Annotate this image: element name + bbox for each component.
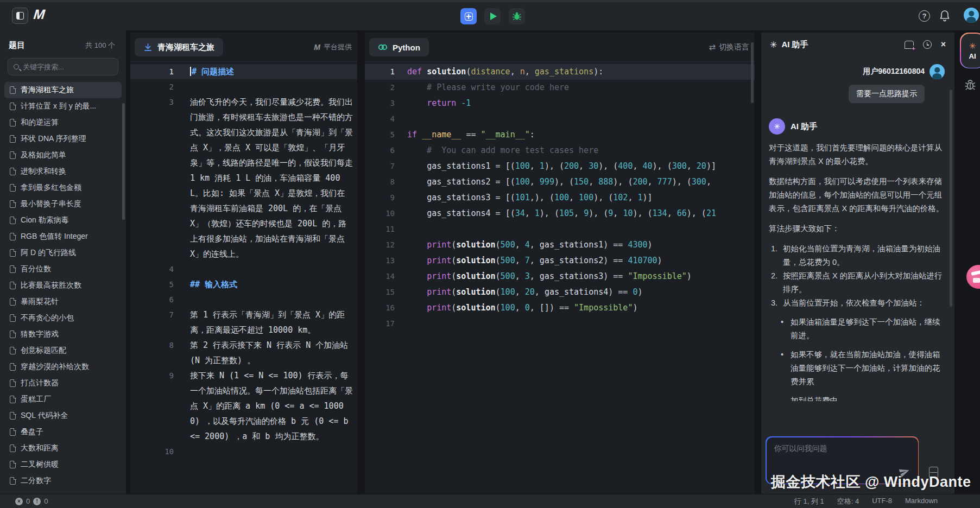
line-text [190,444,353,459]
document-icon [10,184,16,192]
problem-description-panel: 青海湖租车之旅 M 平台提供 1# 问题描述23油价飞升的今天，我们尽量减少花费… [130,33,357,494]
sidebar-item[interactable]: 猜数字游戏 [4,326,122,342]
language-tab[interactable]: Python [369,38,429,56]
document-icon [10,461,16,468]
document-icon [10,217,16,224]
sidebar-item[interactable]: 阿 D 的飞行路线 [4,245,122,261]
code-line-text: gas_stations1 = [(100, 1), (200, 30), (4… [407,158,716,174]
sidebar-item[interactable]: 创意标题匹配 [4,342,122,359]
switch-language-button[interactable]: ⇄ 切换语言 [709,33,749,62]
code-scrollbar[interactable] [751,42,754,103]
sidebar-item-label: 环状 DNA 序列整理 [21,134,86,144]
markdown-editor[interactable]: 1# 问题描述23油价飞升的今天，我们尽量减少花费。我们出门旅游，有时候租车去旅… [130,62,357,459]
sidebar-item[interactable]: 比赛最高获胜次数 [4,277,122,294]
sidebar-item[interactable]: 最小替换子串长度 [4,196,122,212]
switch-language-label: 切换语言 [719,42,749,52]
document-icon [10,233,16,240]
code-line: 9 gas_stations3 = [(101,), (100, 100), (… [365,190,755,206]
assistant-paragraph: 数据结构方面，我们可以考虑使用一个列表来存储加油站的信息，每个加油站的信息可以用… [769,175,945,215]
debug-rail-button[interactable] [964,79,976,91]
sidebar-item[interactable]: RGB 色值转 Integer [4,228,122,245]
new-chat-icon[interactable] [905,41,914,49]
debug-button[interactable] [509,8,525,24]
sidebar-item[interactable]: 环状 DNA 序列整理 [4,131,122,147]
status-item[interactable]: 行 1, 列 1 [794,497,824,506]
sidebar-item-label: 二分数字 [21,476,51,486]
line-number: 5 [365,127,395,143]
document-icon [10,379,16,387]
user-avatar [930,64,945,79]
line-number: 5 [130,277,174,292]
sidebar-item[interactable]: 百分位数 [4,261,122,277]
ai-assistant-rail-button[interactable]: ✳ AI [960,33,980,68]
ai-scrollbar[interactable] [950,90,952,307]
warning-icon: ! [33,498,41,505]
document-icon [10,200,16,208]
sidebar-item[interactable]: 二分数字 [4,473,122,489]
sidebar-item[interactable]: Cion 勒索病毒 [4,212,122,228]
sidebar-item[interactable]: 叠盘子 [4,424,122,440]
markdown-line: 7第 1 行表示「青海湖」到「景点 X」的距离，距离最远不超过 10000 km… [130,307,357,338]
line-number: 8 [130,338,174,368]
sidebar-item[interactable]: 拿到最多红包金额 [4,180,122,196]
document-icon [10,412,16,420]
status-items: 行 1, 列 1空格: 4UTF-8Markdown [794,497,938,506]
code-line: 11 [365,221,755,237]
bug-icon [964,79,976,91]
markdown-line: 10 [130,444,357,459]
sidebar-item[interactable]: 蛋糕工厂 [4,391,122,408]
search-input[interactable] [23,63,112,71]
error-count: 0 [26,497,30,505]
sidebar-item[interactable]: 青海湖租车之旅 [4,82,122,98]
history-icon[interactable] [923,40,932,49]
help-icon[interactable]: ? [919,10,930,22]
provider-label: 平台提供 [324,42,352,52]
markdown-line: 6 [130,292,357,307]
user-avatar[interactable] [964,8,979,23]
line-number: 10 [365,206,395,221]
code-line-text: print(solution(100, 0, []) == "Impossibl… [407,300,637,316]
status-item[interactable]: Markdown [905,497,938,506]
sidebar-item[interactable]: 进制求和转换 [4,163,122,180]
status-item[interactable]: UTF-8 [872,497,892,506]
document-icon [10,103,16,110]
sidebar-item[interactable]: 大数和距离 [4,440,122,456]
code-line: 8 gas_stations2 = [(100, 999), (150, 888… [365,174,755,190]
sidebar-item[interactable]: 及格如此简单 [4,147,122,163]
sidebar-item[interactable]: 打点计数器 [4,375,122,391]
problem-list-sidebar: 题目 共 100 个 青海湖租车之旅计算位置 x 到 y 的最...和的逆运算环… [0,30,126,494]
sidebar-item-label: 比赛最高获胜次数 [21,281,81,290]
error-icon: × [15,498,23,505]
close-icon[interactable]: × [941,40,946,49]
sidebar-item[interactable]: 和的逆运算 [4,115,122,131]
code-line: 1def solution(distance, n, gas_stations)… [365,64,755,80]
sidebar-item[interactable]: 不再贪心的小包 [4,310,122,326]
sidebar-item[interactable]: 二叉树供暖 [4,456,122,473]
text-cursor [190,67,191,76]
problems-counter[interactable]: × 0 ! 0 [15,497,48,505]
code-line: 4 [365,111,755,127]
sidebar-item[interactable]: SQL 代码补全 [4,408,122,424]
add-button[interactable] [460,8,477,24]
run-button[interactable] [484,8,501,24]
sidebar-toggle-button[interactable] [12,8,28,24]
line-number: 10 [130,444,174,459]
sidebar-item[interactable]: 穿越沙漠的补给次数 [4,359,122,375]
sidebar-item[interactable]: 计算位置 x 到 y 的最... [4,98,122,115]
sidebar-item-label: 叠盘子 [21,427,43,437]
search-box[interactable] [8,58,118,75]
code-editor[interactable]: 1def solution(distance, n, gas_stations)… [365,62,755,332]
sidebar-item[interactable]: 暴雨梨花针 [4,294,122,310]
line-number: 12 [365,237,395,253]
ai-rail-label: AI [969,52,976,60]
top-bar: M ? [0,0,980,30]
code-line: 12 print(solution(500, 4, gas_stations1)… [365,237,755,253]
sidebar-scrollbar[interactable] [122,103,125,220]
ai-assistant-panel: ✳ AI 助手 × 用户96012160804 需要一点思路提示 ✳ AI 助手… [761,33,954,494]
promo-badge[interactable] [966,265,980,289]
notifications-icon[interactable] [939,10,950,22]
code-line: 17 [365,316,755,332]
status-item[interactable]: 空格: 4 [837,497,859,506]
line-number: 4 [130,262,174,277]
problem-tab[interactable]: 青海湖租车之旅 [135,38,223,56]
